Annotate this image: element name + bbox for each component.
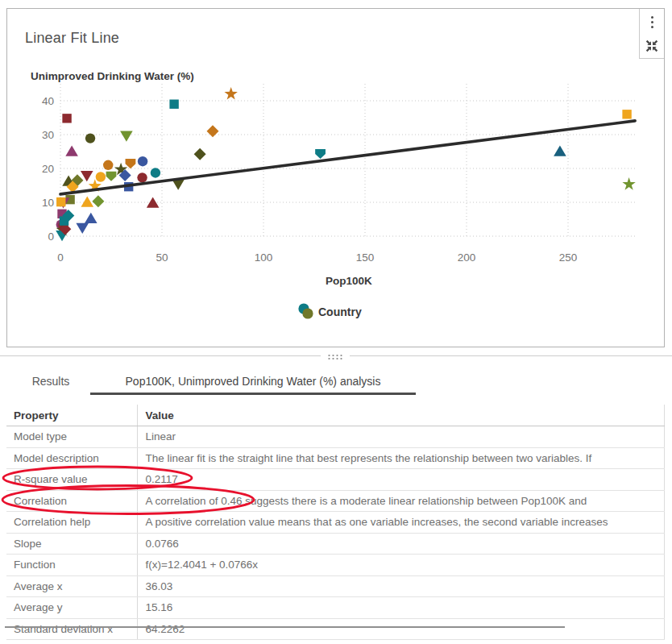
property-cell: Function xyxy=(6,555,137,576)
data-point-marker[interactable] xyxy=(96,172,106,181)
data-point-marker[interactable] xyxy=(554,146,566,156)
table-row[interactable]: Functionf(x)=12.4041 + 0.0766x xyxy=(6,555,665,576)
property-cell: Correlation xyxy=(6,490,137,512)
page: { "panel": { "title": "Linear Fit Line" … xyxy=(0,0,672,644)
fit-line xyxy=(60,121,635,194)
table-row[interactable]: CorrelationA correlation of 0.46 suggest… xyxy=(6,490,665,512)
data-point-marker[interactable] xyxy=(622,177,635,190)
active-tab-underline xyxy=(90,393,416,395)
collapse-arrows-icon xyxy=(645,39,658,52)
y-tick-label: 30 xyxy=(42,129,54,141)
data-point-marker[interactable] xyxy=(76,223,89,234)
value-cell: f(x)=12.4041 + 0.0766x xyxy=(137,555,665,576)
x-axis-title: Pop100K xyxy=(326,275,372,287)
x-tick-label: 250 xyxy=(559,251,578,264)
data-point-marker[interactable] xyxy=(194,148,206,160)
data-point-marker[interactable] xyxy=(207,125,219,137)
value-cell: 0.2117 xyxy=(137,469,665,491)
legend-item-country[interactable]: Country xyxy=(298,303,361,318)
y-axis-title: Unimproved Drinking Water (%) xyxy=(31,70,194,82)
data-point-marker[interactable] xyxy=(56,197,65,206)
table-row[interactable]: Model descriptionThe linear fit is the s… xyxy=(6,447,665,469)
property-cell: R-square value xyxy=(6,469,137,491)
splitter-line-left xyxy=(0,355,321,356)
data-point-marker[interactable] xyxy=(85,213,97,223)
x-tick-label: 200 xyxy=(458,251,476,264)
data-point-marker[interactable] xyxy=(120,131,133,141)
data-point-marker[interactable] xyxy=(60,216,68,225)
table-row[interactable]: Average y15.16 xyxy=(6,597,665,619)
analysis-results-table: Property Value Model typeLinearModel des… xyxy=(6,405,665,640)
table-row[interactable]: Model typeLinear xyxy=(6,426,665,448)
x-tick-label: 100 xyxy=(255,251,273,264)
value-cell: Linear xyxy=(137,426,665,448)
property-column-header: Property xyxy=(6,405,137,426)
data-point-marker[interactable] xyxy=(169,100,178,109)
data-point-marker[interactable] xyxy=(151,168,160,177)
x-tick-label: 50 xyxy=(156,251,168,264)
data-point-marker[interactable] xyxy=(81,197,93,207)
panel-toolbar xyxy=(639,9,664,59)
data-point-marker[interactable] xyxy=(62,114,71,123)
table-row[interactable]: Slope0.0766 xyxy=(6,533,665,555)
table-row[interactable]: R-square value0.2117 xyxy=(6,469,665,491)
splitter-drag-handle[interactable] xyxy=(327,353,344,359)
property-cell: Average x xyxy=(6,575,137,597)
table-row[interactable]: Standard deviation x64.2262 xyxy=(6,618,665,640)
table-row[interactable]: Average x36.03 xyxy=(6,575,665,597)
data-point-marker[interactable] xyxy=(106,172,117,181)
data-point-marker[interactable] xyxy=(137,172,147,182)
data-point-marker[interactable] xyxy=(103,160,113,170)
property-cell: Slope xyxy=(6,533,137,555)
y-tick-label: 40 xyxy=(42,95,54,107)
property-cell: Correlation help xyxy=(6,512,137,534)
y-tick-label: 10 xyxy=(42,197,54,209)
collapse-button[interactable] xyxy=(645,39,658,52)
data-point-marker[interactable] xyxy=(85,133,95,143)
data-point-marker[interactable] xyxy=(92,195,104,207)
table-row[interactable]: Correlation helpA positive correlation v… xyxy=(6,512,665,534)
table-header-row: Property Value xyxy=(6,405,665,426)
tab-analysis[interactable]: Pop100K, Unimproved Drinking Water (%) a… xyxy=(90,371,416,392)
scatter-chart[interactable]: Unimproved Drinking Water (%)01020304005… xyxy=(9,59,662,343)
data-point-marker[interactable] xyxy=(138,156,147,166)
property-cell: Average y xyxy=(6,597,137,619)
data-point-marker[interactable] xyxy=(225,87,238,100)
data-point-marker[interactable] xyxy=(65,146,78,156)
property-cell: Standard deviation x xyxy=(6,618,137,640)
value-cell: 64.2262 xyxy=(137,618,665,640)
linear-fit-panel: Linear Fit Line Unimproved Drinking Wate… xyxy=(6,8,665,347)
x-tick-label: 0 xyxy=(57,251,64,264)
value-cell: 36.03 xyxy=(137,575,665,597)
panel-title: Linear Fit Line xyxy=(25,30,119,47)
property-cell: Model type xyxy=(6,426,137,448)
property-cell: Model description xyxy=(6,447,137,469)
value-cell: The linear fit is the straight line that… xyxy=(137,447,665,469)
legend-label: Country xyxy=(318,305,362,318)
tab-results[interactable]: Results xyxy=(23,371,79,392)
splitter-line-right xyxy=(350,355,672,356)
legend-marker-icon xyxy=(302,308,313,318)
x-tick-label: 150 xyxy=(356,251,375,264)
value-cell: A correlation of 0.46 suggests there is … xyxy=(137,490,665,512)
value-column-header: Value xyxy=(137,405,665,426)
data-point-marker[interactable] xyxy=(315,149,326,159)
data-point-marker[interactable] xyxy=(126,159,136,168)
y-tick-label: 20 xyxy=(42,163,54,175)
data-point-marker[interactable] xyxy=(622,110,631,118)
kebab-menu-button[interactable] xyxy=(640,16,664,34)
value-cell: 15.16 xyxy=(137,597,665,619)
kebab-menu-icon xyxy=(651,16,653,19)
value-cell: A positive correlation value means that … xyxy=(137,512,665,534)
value-cell: 0.0766 xyxy=(137,533,665,555)
bottom-divider-line xyxy=(5,626,565,628)
y-tick-label: 0 xyxy=(48,231,54,243)
